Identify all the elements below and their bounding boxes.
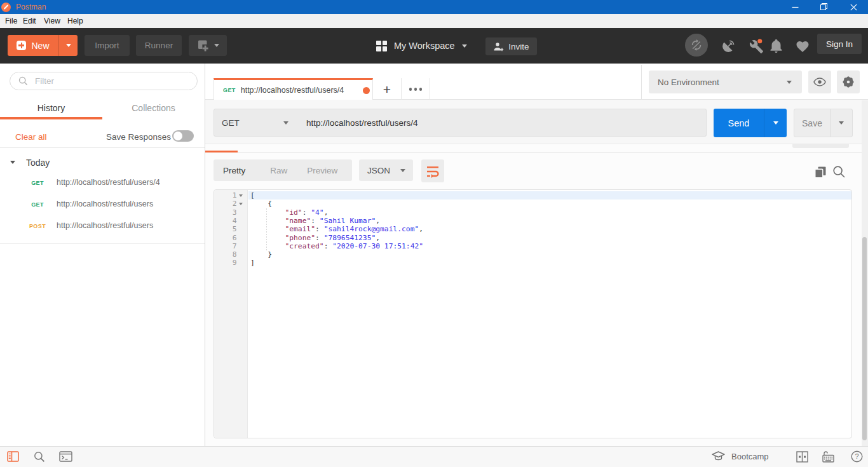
code-token: "email" [285, 225, 315, 233]
tab-history[interactable]: History [0, 95, 102, 119]
notifications-button[interactable] [768, 38, 783, 54]
wrap-text-button[interactable] [421, 159, 444, 182]
code-token: { [250, 200, 272, 208]
titlebar: Postman [0, 0, 868, 14]
menu-view[interactable]: View [44, 14, 60, 28]
console-icon [59, 451, 72, 462]
url-input[interactable] [306, 118, 688, 128]
new-window-button[interactable] [189, 35, 227, 56]
new-button[interactable]: New [8, 35, 78, 56]
request-tab[interactable]: GET http://localhost/restful/users/4 [214, 78, 373, 100]
environment-settings-button[interactable] [837, 71, 860, 93]
history-item-url: http://localhost/restful/users [57, 200, 153, 208]
method-select[interactable]: GET [214, 109, 298, 137]
runner-button[interactable]: Runner [136, 35, 182, 56]
filter-box[interactable] [10, 72, 198, 90]
filter-input[interactable] [35, 76, 181, 86]
bell-icon [770, 39, 783, 53]
save-dropdown[interactable] [831, 109, 852, 137]
copy-response-button[interactable] [814, 166, 827, 179]
format-label: JSON [367, 166, 390, 175]
save-button[interactable]: Save [794, 109, 853, 137]
minimize-button[interactable] [780, 0, 810, 14]
scrollbar-thumb[interactable] [862, 237, 867, 440]
bootcamp-button[interactable] [711, 450, 725, 462]
format-select[interactable]: JSON [359, 159, 413, 181]
code-token: , [324, 208, 329, 217]
import-label: Import [95, 41, 119, 50]
code-token: "7896541235" [324, 234, 376, 242]
method-label: GET [222, 118, 240, 128]
help-button[interactable]: ? [850, 449, 864, 463]
history-item-method: GET [28, 180, 47, 186]
history-item[interactable]: GEThttp://localhost/restful/users/4 [0, 173, 205, 195]
restore-button[interactable] [810, 0, 839, 14]
chevron-down-icon [787, 81, 792, 84]
environment-selector[interactable]: No Environment [649, 71, 802, 93]
toggle-knob [173, 132, 182, 140]
fold-caret-icon[interactable] [239, 194, 243, 197]
history-list: GEThttp://localhost/restful/users/4GETht… [0, 173, 205, 238]
send-dropdown[interactable] [764, 109, 787, 137]
restore-icon [820, 3, 828, 11]
partial-button [792, 144, 849, 148]
import-button[interactable]: Import [85, 35, 130, 56]
workspace-switcher[interactable]: My Workspace [376, 35, 467, 57]
clear-all-link[interactable]: Clear all [15, 132, 47, 142]
code-token: : [315, 225, 324, 233]
tab-options-button[interactable] [402, 78, 430, 100]
eye-icon [813, 78, 826, 86]
view-tab-raw[interactable]: Raw [270, 166, 287, 175]
invite-button[interactable]: Invite [485, 37, 537, 55]
minimize-icon [792, 4, 799, 11]
console-button[interactable] [58, 450, 73, 463]
code-token: : [315, 234, 324, 242]
view-tab-pretty[interactable]: Pretty [223, 166, 245, 175]
svg-text:?: ? [855, 452, 858, 460]
code-line: "created": "2020-07-30 17:51:42" [250, 242, 423, 250]
menu-help[interactable]: Help [67, 14, 83, 28]
close-button[interactable] [839, 0, 868, 14]
sync-disabled-button[interactable] [685, 34, 708, 57]
save-responses-toggle[interactable] [172, 130, 194, 142]
new-button-main[interactable]: New [8, 35, 59, 56]
two-pane-view-button[interactable] [796, 450, 809, 463]
settings-button[interactable] [748, 37, 764, 55]
line-number: 9 [214, 259, 237, 267]
tab-collections[interactable]: Collections [102, 95, 205, 119]
gear-icon [842, 76, 855, 88]
toggle-sidebar-button[interactable] [6, 450, 20, 463]
send-button[interactable]: Send [714, 109, 787, 137]
environment-quick-look-button[interactable] [808, 71, 831, 93]
code-token [250, 217, 285, 225]
menu-file[interactable]: File [5, 14, 17, 28]
fold-caret-icon[interactable] [239, 203, 243, 205]
history-item[interactable]: POSThttp://localhost/restful/users [0, 217, 205, 238]
code-token: "sahil4rock@gmail.com" [324, 225, 419, 233]
new-tab-button[interactable]: + [373, 78, 402, 100]
new-window-icon [197, 39, 208, 51]
response-body-editor[interactable]: 1[2 {3 "id": "4",4 "name": "Sahil Kumar"… [214, 189, 852, 438]
sign-in-button[interactable]: Sign In [817, 34, 862, 54]
shortcuts-button[interactable] [822, 449, 835, 463]
search-response-button[interactable] [832, 165, 846, 179]
close-icon [850, 4, 857, 11]
save-button-main[interactable]: Save [794, 109, 831, 137]
line-number: 6 [214, 234, 237, 242]
send-button-main[interactable]: Send [714, 109, 764, 137]
favorites-button[interactable] [795, 39, 810, 53]
code-token: : [311, 217, 320, 225]
history-item[interactable]: GEThttp://localhost/restful/users [0, 195, 205, 217]
line-number: 5 [214, 225, 237, 233]
view-tab-preview[interactable]: Preview [307, 166, 337, 175]
sidebar: History Collections Clear all Save Respo… [0, 64, 205, 446]
collapse-today-icon[interactable] [10, 161, 15, 164]
bootcamp-label[interactable]: Bootcamp [731, 452, 769, 461]
menu-edit[interactable]: Edit [23, 14, 36, 28]
url-field[interactable] [297, 109, 707, 137]
capture-requests-button[interactable] [721, 37, 737, 54]
new-dropdown[interactable] [59, 35, 78, 56]
line-number: 1 [214, 191, 237, 200]
ellipsis-icon [414, 88, 417, 91]
find-button[interactable] [32, 450, 46, 463]
